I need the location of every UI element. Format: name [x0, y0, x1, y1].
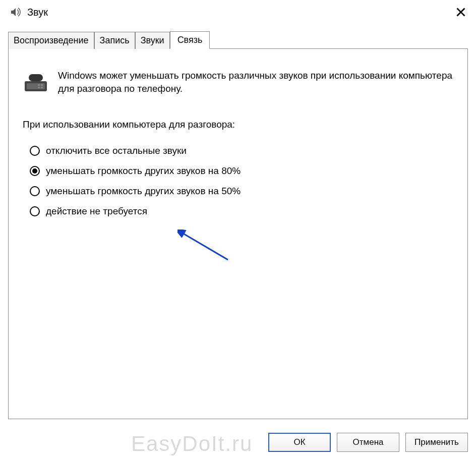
svg-rect-7	[38, 87, 40, 88]
cancel-button[interactable]: Отмена	[337, 433, 399, 452]
options-heading: При использовании компьютера для разгово…	[23, 119, 453, 130]
option-label: уменьшать громкость других звуков на 80%	[46, 165, 241, 177]
phone-icon	[23, 71, 49, 93]
apply-button[interactable]: Применить	[405, 433, 468, 452]
svg-rect-5	[38, 84, 40, 86]
option-do-nothing[interactable]: действие не требуется	[30, 206, 453, 217]
radio-icon	[30, 166, 40, 176]
svg-rect-3	[27, 83, 45, 89]
radio-icon	[30, 146, 40, 156]
sound-dialog: Звук Воспроизведение Запись Звуки Связь	[0, 0, 476, 459]
description-row: Windows может уменьшать громкость различ…	[23, 69, 453, 95]
window-title: Звук	[27, 7, 451, 18]
radio-icon	[30, 206, 40, 216]
svg-rect-8	[41, 87, 43, 88]
tab-sounds[interactable]: Звуки	[135, 32, 170, 49]
annotation-arrow-icon	[177, 230, 238, 265]
close-button[interactable]	[451, 2, 471, 22]
option-label: отключить все остальные звуки	[46, 145, 187, 156]
option-label: действие не требуется	[46, 206, 147, 217]
svg-rect-6	[41, 84, 43, 86]
communications-panel: Windows может уменьшать громкость различ…	[8, 48, 468, 419]
sound-icon	[9, 6, 21, 18]
option-reduce-50[interactable]: уменьшать громкость других звуков на 50%	[30, 186, 453, 197]
option-reduce-80[interactable]: уменьшать громкость других звуков на 80%	[30, 165, 453, 177]
tab-playback[interactable]: Воспроизведение	[8, 32, 94, 49]
option-label: уменьшать громкость других звуков на 50%	[46, 186, 241, 197]
description-text: Windows может уменьшать громкость различ…	[58, 69, 453, 95]
close-icon	[456, 7, 466, 17]
tab-communications[interactable]: Связь	[170, 31, 210, 49]
svg-line-9	[182, 233, 228, 260]
radio-group: отключить все остальные звуки уменьшать …	[23, 145, 453, 217]
content-area: Воспроизведение Запись Звуки Связь	[0, 24, 476, 419]
titlebar: Звук	[0, 0, 476, 24]
tab-record[interactable]: Запись	[94, 32, 135, 49]
ok-button[interactable]: ОК	[268, 433, 331, 452]
button-bar: ОК Отмена Применить	[8, 433, 468, 452]
radio-icon	[30, 186, 40, 196]
tab-bar: Воспроизведение Запись Звуки Связь	[8, 31, 468, 49]
option-mute-all[interactable]: отключить все остальные звуки	[30, 145, 453, 156]
svg-rect-4	[29, 74, 43, 81]
